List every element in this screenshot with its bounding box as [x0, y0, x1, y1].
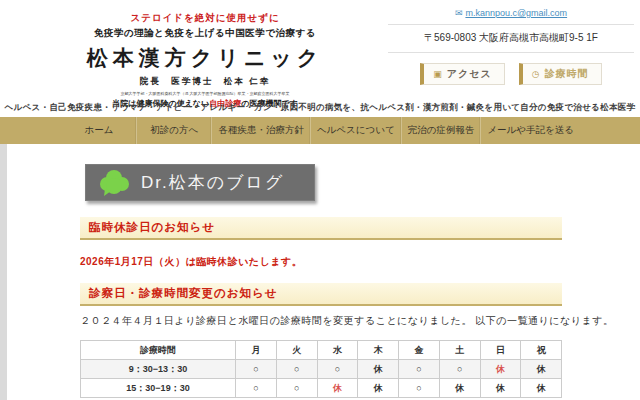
notice-heading-temporary-closure: 臨時休診日のお知らせ — [80, 217, 562, 240]
access-button-label: アクセス — [447, 67, 492, 81]
schedule-cell: 休 — [480, 360, 521, 379]
slogan-black: 免疫学の理論と免疫を上げる中国医学で治療する — [55, 27, 355, 40]
schedule-cell: 休 — [317, 379, 358, 398]
schedule-body: 9：30−13：30○○○休○○休休15：30−19：30○○休休○休休休 — [81, 360, 562, 398]
nav-item-1[interactable]: 初診の方へ — [136, 117, 211, 144]
clock-icon: ◷ — [532, 70, 540, 79]
schedule-header-row: 診療時間月火水木金土日祝 — [81, 341, 562, 360]
schedule-col-header: 日 — [480, 341, 521, 360]
schedule-table: 診療時間月火水木金土日祝 9：30−13：30○○○休○○休休15：30−19：… — [80, 340, 562, 398]
schedule-col-header: 祝 — [521, 341, 562, 360]
schedule-cell: ○ — [399, 379, 440, 398]
header-branding: ステロイドを絶対に使用せずに 免疫学の理論と免疫を上げる中国医学で治療する 松本… — [55, 12, 355, 109]
access-icon: ▣ — [433, 70, 442, 79]
tree-icon — [97, 169, 131, 197]
header-buttons: ▣ アクセス ◷ 診療時間 — [388, 63, 634, 85]
nav-item-4[interactable]: 完治の症例報告 — [401, 117, 481, 144]
mail-icon: ✉ — [455, 8, 463, 18]
schedule-cell: 休 — [358, 379, 399, 398]
schedule-row: 15：30−19：30○○休休○休休休 — [81, 379, 562, 398]
nav-item-2[interactable]: 各種疾患・治療方針 — [211, 117, 310, 144]
slogan-red: ステロイドを絶対に使用せずに — [55, 12, 355, 25]
notice-body-schedule-change: ２０２４年４月１日より診療日と水曜日の診療時間を変更することになりました。 以下… — [80, 314, 613, 328]
schedule-col-header: 月 — [236, 341, 277, 360]
director-line: 院長 医学博士 松本 仁幸 — [55, 76, 355, 88]
schedule-table-wrap: 診療時間月火水木金土日祝 9：30−13：30○○○休○○休休15：30−19：… — [80, 340, 562, 398]
schedule-col-header: 木 — [358, 341, 399, 360]
email-row: ✉m.kannpou.c@gmail.com — [388, 8, 634, 25]
schedule-cell: 休 — [358, 360, 399, 379]
schedule-cell: 休 — [439, 379, 480, 398]
header-contact: ✉m.kannpou.c@gmail.com 〒569-0803 大阪府高槻市高… — [388, 8, 634, 85]
schedule-cell: ○ — [276, 360, 317, 379]
page-edge-strip — [0, 144, 7, 400]
clinic-homepage: ステロイドを絶対に使用せずに 免疫学の理論と免疫を上げる中国医学で治療する 松本… — [0, 0, 640, 400]
schedule-cell: ○ — [236, 360, 277, 379]
nav-item-3[interactable]: ヘルペスについて — [310, 117, 401, 144]
clinic-tagline: ヘルペス・自己免疫疾患・リウマチ・アトピー・アレルギー・ガン・原因不明の病気を、… — [0, 102, 640, 114]
hours-button[interactable]: ◷ 診療時間 — [519, 63, 602, 85]
schedule-col-header: 診療時間 — [81, 341, 236, 360]
schedule-cell: 休 — [521, 379, 562, 398]
blog-banner-title: Dr.松本のブログ — [141, 171, 284, 194]
clinic-address: 〒569-0803 大阪府高槻市高槻町9-5 1F — [388, 25, 634, 53]
email-link[interactable]: m.kannpou.c@gmail.com — [465, 8, 567, 18]
schedule-cell: ○ — [276, 379, 317, 398]
schedule-cell: 休 — [521, 360, 562, 379]
access-button[interactable]: ▣ アクセス — [420, 63, 504, 85]
time-range-cell: 15：30−19：30 — [81, 379, 236, 398]
schedule-col-header: 金 — [399, 341, 440, 360]
time-range-cell: 9：30−13：30 — [81, 360, 236, 379]
schedule-cell: 休 — [480, 379, 521, 398]
clinic-name: 松本漢方クリニック — [55, 44, 355, 72]
blog-banner[interactable]: Dr.松本のブログ — [85, 164, 315, 201]
schedule-cell: ○ — [317, 360, 358, 379]
nav-item-5[interactable]: メールや手記を送る — [480, 117, 580, 144]
nav-item-0[interactable]: ホーム — [62, 117, 136, 144]
schedule-col-header: 火 — [276, 341, 317, 360]
notice-heading-schedule-change: 診察日・診療時間変更のお知らせ — [80, 283, 562, 306]
hours-button-label: 診療時間 — [545, 67, 589, 81]
schedule-cell: ○ — [399, 360, 440, 379]
notice-body-temporary-closure: 2026年1月17日（火）は臨時休診いたします。 — [80, 255, 302, 269]
schedule-col-header: 水 — [317, 341, 358, 360]
credentials-line: 京都大学学部・大阪医科薬科大学（現 大阪大学医学部附属病院）卒業・京都府立医科大… — [55, 91, 355, 96]
schedule-row: 9：30−13：30○○○休○○休休 — [81, 360, 562, 379]
nav-menu: ホーム初診の方へ各種疾患・治療方針ヘルペスについて完治の症例報告メールや手記を送… — [0, 117, 640, 144]
schedule-cell: ○ — [439, 360, 480, 379]
schedule-cell: ○ — [236, 379, 277, 398]
schedule-col-header: 土 — [439, 341, 480, 360]
